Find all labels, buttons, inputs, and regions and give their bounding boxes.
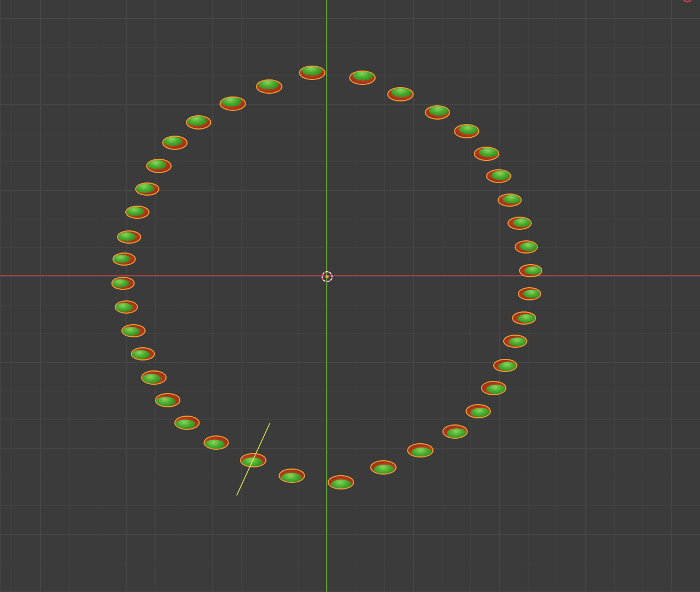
disc-green-top — [258, 79, 279, 89]
scene-object-disc[interactable] — [425, 105, 451, 120]
scene-object-disc[interactable] — [512, 311, 536, 325]
disc-green-top — [517, 314, 536, 323]
disc-green-top — [523, 290, 541, 298]
scene-object-disc[interactable] — [121, 324, 146, 337]
scene-object-disc[interactable] — [518, 287, 542, 300]
scene-object-disc[interactable] — [279, 469, 305, 483]
scene-object-disc[interactable] — [113, 252, 136, 265]
scene-object-disc[interactable] — [146, 159, 171, 173]
disc-green-top — [205, 439, 225, 449]
disc-green-top — [509, 337, 527, 346]
disc-green-top — [331, 480, 351, 489]
disc-green-top — [156, 397, 175, 406]
scene-objects-layer — [0, 0, 700, 592]
scene-object-disc[interactable] — [503, 335, 527, 348]
disc-green-top — [459, 125, 479, 134]
scene-object-disc[interactable] — [407, 443, 433, 458]
scene-object-disc[interactable] — [162, 136, 188, 150]
disc-green-top — [111, 279, 129, 287]
scene-object-disc[interactable] — [115, 300, 138, 314]
scene-object-disc[interactable] — [135, 182, 160, 196]
disc-green-top — [447, 428, 467, 438]
scene-object-disc[interactable] — [117, 230, 141, 244]
disc-green-top — [135, 184, 154, 193]
disc-green-top — [392, 87, 412, 97]
disc-green-top — [352, 71, 373, 80]
disc-green-top — [175, 419, 195, 429]
disc-green-top — [125, 207, 144, 216]
disc-green-top — [487, 385, 506, 394]
disc-green-top — [302, 66, 322, 76]
disc-green-top — [117, 232, 136, 241]
scene-object-disc[interactable] — [186, 115, 212, 130]
scene-object-disc[interactable] — [204, 435, 229, 450]
scene-object-disc[interactable] — [387, 87, 414, 102]
disc-green-top — [429, 106, 449, 116]
scene-object-disc[interactable] — [481, 381, 506, 395]
scene-object-disc[interactable] — [240, 453, 266, 468]
scene-object-disc[interactable] — [125, 206, 149, 219]
disc-green-top — [281, 473, 302, 483]
scene-object-disc[interactable] — [507, 217, 532, 230]
scene-object-disc[interactable] — [486, 169, 511, 183]
disc-green-top — [520, 243, 538, 251]
disc-green-top — [221, 96, 241, 106]
disc-green-top — [113, 255, 130, 263]
disc-green-top — [163, 137, 183, 146]
disc-green-top — [187, 116, 207, 126]
disc-green-top — [503, 195, 522, 203]
scene-object-disc[interactable] — [328, 475, 354, 490]
scene-object-disc[interactable] — [174, 416, 200, 430]
scene-object-disc[interactable] — [370, 460, 397, 475]
scene-object-disc[interactable] — [474, 147, 499, 160]
disc-green-top — [471, 408, 490, 417]
disc-green-top — [498, 362, 517, 371]
scene-object-disc[interactable] — [442, 424, 468, 439]
disc-green-top — [122, 327, 140, 336]
scene-object-disc[interactable] — [515, 240, 538, 254]
scene-object-disc[interactable] — [349, 71, 376, 85]
disc-green-top — [147, 160, 166, 169]
disc-green-top — [142, 374, 161, 384]
disc-green-top — [412, 448, 431, 458]
disc-green-top — [131, 350, 149, 359]
scene-object-disc[interactable] — [466, 404, 491, 418]
scene-object-disc[interactable] — [454, 124, 479, 138]
scene-object-disc[interactable] — [493, 359, 518, 373]
disc-green-top — [525, 266, 542, 275]
disc-green-top — [491, 171, 510, 180]
scene-object-disc[interactable] — [111, 277, 135, 289]
scene-object-disc[interactable] — [519, 264, 542, 277]
scene-object-disc[interactable] — [498, 193, 522, 207]
disc-green-top — [374, 465, 394, 475]
disc-green-top — [513, 218, 531, 227]
scene-object-disc[interactable] — [299, 66, 325, 80]
scene-object-disc[interactable] — [220, 96, 245, 111]
scene-object-disc[interactable] — [256, 79, 282, 94]
disc-green-top — [242, 458, 263, 467]
disc-green-top — [479, 148, 498, 157]
scene-object-disc[interactable] — [131, 347, 155, 361]
blender-3d-viewport[interactable] — [0, 0, 700, 592]
disc-green-top — [115, 303, 133, 312]
scene-object-disc[interactable] — [155, 393, 180, 407]
scene-object-disc[interactable] — [141, 370, 166, 384]
